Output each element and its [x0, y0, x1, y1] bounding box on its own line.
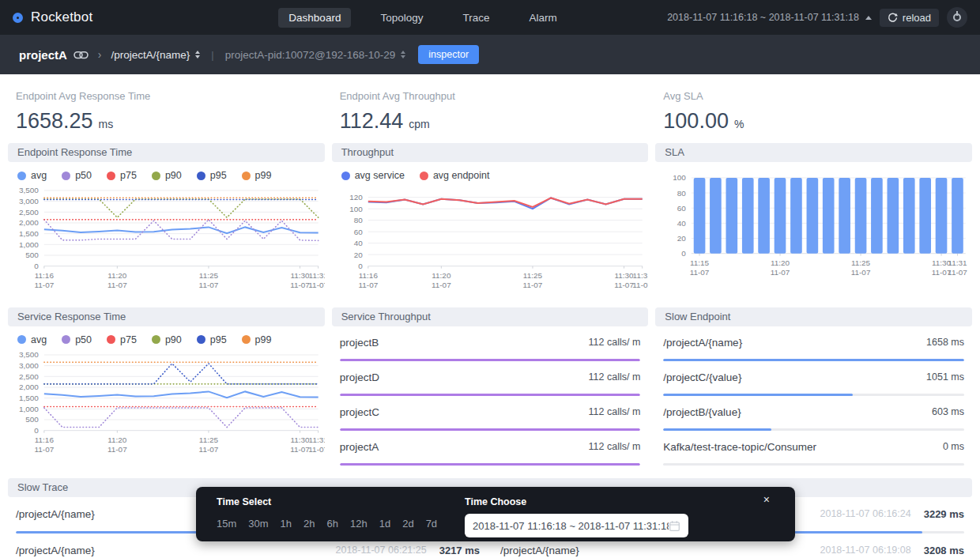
service-response-time-chart: 05001,0001,5002,0002,5003,0003,50011:161…	[8, 349, 325, 459]
time-option-30m[interactable]: 30m	[248, 518, 268, 530]
brand-title: Rocketbot	[31, 9, 92, 25]
legend-item[interactable]: p99	[242, 170, 272, 181]
list-item[interactable]: /projectC/{value}1051 ms	[663, 361, 964, 396]
trace-time: 2018-11-07 06:16:24	[820, 508, 911, 519]
card-service-response-time: Service Response Time avgp50p75p90p95p99…	[8, 307, 325, 459]
time-option-15m[interactable]: 15m	[217, 518, 236, 530]
legend-dot-icon	[17, 335, 26, 344]
svg-text:11:16: 11:16	[358, 271, 378, 280]
svg-text:11:15: 11:15	[690, 258, 710, 267]
legend-label: avg	[31, 170, 47, 181]
tab-topology[interactable]: Topology	[370, 8, 433, 28]
legend-item[interactable]: avg	[17, 334, 47, 345]
svg-text:500: 500	[25, 415, 39, 424]
charts-row-2: Service Response Time avgp50p75p90p95p99…	[8, 307, 972, 466]
list-item[interactable]: projectB112 calls/ m	[340, 326, 641, 361]
service-value: 112 calls/ m	[589, 406, 641, 417]
tab-alarm[interactable]: Alarm	[518, 8, 567, 28]
svg-text:120: 120	[349, 193, 363, 202]
legend-item[interactable]: avg endpoint	[420, 170, 490, 181]
card-title: Endpoint Response Time	[8, 143, 325, 162]
legend-dot-icon	[107, 172, 115, 180]
stat-label: Endpoint Avg Response Time	[16, 90, 317, 102]
svg-text:11:25: 11:25	[199, 435, 219, 443]
instance-selector[interactable]: projectA-pid:10072@192-168-10-29	[225, 49, 406, 61]
time-option-2d[interactable]: 2d	[402, 518, 413, 530]
time-option-7d[interactable]: 7d	[426, 518, 437, 530]
svg-text:11-07: 11-07	[34, 444, 54, 453]
list-item[interactable]: Kafka/test-trace-topic/Consumer0 ms	[663, 431, 964, 466]
legend-dot-icon	[420, 172, 428, 180]
svg-text:11-07: 11-07	[948, 268, 967, 277]
svg-text:11-07: 11-07	[290, 281, 310, 289]
service-throughput-list: projectB112 calls/ m projectD112 calls/ …	[332, 326, 649, 466]
legend-item[interactable]: p90	[152, 170, 182, 181]
legend-dot-icon	[62, 172, 70, 180]
service-name: projectC	[340, 406, 379, 418]
time-select-options: 15m30m1h2h6h12h1d2d7d	[217, 518, 454, 530]
legend-dot-icon	[197, 335, 205, 344]
legend-label: p50	[75, 170, 92, 181]
legend-item[interactable]: p50	[62, 170, 92, 181]
time-option-2h[interactable]: 2h	[303, 518, 315, 530]
svg-text:11-07: 11-07	[614, 281, 634, 289]
reload-button[interactable]: reload	[880, 9, 939, 27]
endpoint-selector[interactable]: /projectA/{name}	[111, 49, 201, 61]
charts-row-1: Endpoint Response Time avgp50p75p90p95p9…	[8, 143, 972, 295]
svg-text:40: 40	[353, 239, 363, 247]
refresh-icon	[888, 13, 898, 23]
list-item[interactable]: projectC112 calls/ m	[340, 396, 641, 431]
date-range-value[interactable]	[473, 520, 669, 532]
top-nav: Rocketbot Dashboard Topology Trace Alarm…	[0, 0, 980, 35]
svg-text:3,000: 3,000	[19, 361, 39, 370]
stat-unit: cpm	[409, 118, 429, 130]
time-choose-title: Time Choose	[465, 496, 688, 507]
time-select-popup: Time Select 15m30m1h2h6h12h1d2d7d Time C…	[196, 487, 795, 541]
legend-label: p95	[210, 170, 227, 181]
legend-item[interactable]: p99	[242, 334, 272, 345]
svg-text:2,000: 2,000	[19, 383, 39, 391]
time-range-toggle[interactable]: 2018-11-07 11:16:18 ~ 2018-11-07 11:31:1…	[667, 12, 872, 23]
list-item[interactable]: projectD112 calls/ m	[340, 361, 641, 396]
nav-right-group: 2018-11-07 11:16:18 ~ 2018-11-07 11:31:1…	[667, 7, 967, 28]
power-button[interactable]	[947, 7, 967, 28]
legend-item[interactable]: p95	[197, 170, 227, 181]
svg-text:11:20: 11:20	[107, 271, 127, 280]
time-option-6h[interactable]: 6h	[327, 518, 338, 530]
time-option-1h[interactable]: 1h	[281, 518, 292, 530]
date-range-input[interactable]	[465, 514, 688, 537]
time-option-12h[interactable]: 12h	[350, 518, 368, 530]
legend-item[interactable]: avg service	[341, 170, 405, 181]
time-option-1d[interactable]: 1d	[379, 518, 390, 530]
close-icon[interactable]: ×	[763, 494, 770, 505]
svg-text:2,500: 2,500	[19, 371, 39, 380]
calendar-icon[interactable]	[669, 520, 680, 532]
legend-dot-icon	[152, 335, 160, 344]
legend-label: p90	[165, 170, 182, 181]
legend-item[interactable]: p50	[62, 334, 92, 345]
legend-item[interactable]: p75	[107, 170, 137, 181]
legend-dot-icon	[341, 172, 350, 180]
link-icon[interactable]	[74, 50, 89, 60]
card-sla: SLA 02040608010011:1511-0711:2011-0711:2…	[655, 143, 972, 282]
legend-label: avg service	[355, 170, 405, 181]
legend-item[interactable]: p95	[197, 334, 227, 345]
endpoint-value: 0 ms	[943, 441, 964, 452]
list-item[interactable]: projectA112 calls/ m	[340, 431, 641, 466]
svg-text:1,500: 1,500	[19, 394, 39, 402]
legend-item[interactable]: p75	[107, 334, 137, 345]
svg-text:1,000: 1,000	[19, 404, 39, 413]
legend-label: p99	[255, 334, 272, 345]
card-title: Service Throughput	[332, 307, 649, 326]
tab-dashboard[interactable]: Dashboard	[278, 8, 351, 28]
legend-item[interactable]: p90	[152, 334, 182, 345]
service-value: 112 calls/ m	[589, 441, 641, 452]
stats-row: Endpoint Avg Response Time 1658.25ms End…	[8, 74, 972, 138]
tab-trace[interactable]: Trace	[452, 8, 499, 28]
svg-text:0: 0	[34, 262, 39, 270]
list-item[interactable]: /projectA/{name}1658 ms	[663, 326, 964, 361]
inspector-button[interactable]: inspector	[418, 45, 479, 64]
list-item[interactable]: /projectB/{value}603 ms	[663, 396, 964, 431]
legend-item[interactable]: avg	[17, 170, 47, 181]
svg-text:0: 0	[34, 426, 39, 435]
